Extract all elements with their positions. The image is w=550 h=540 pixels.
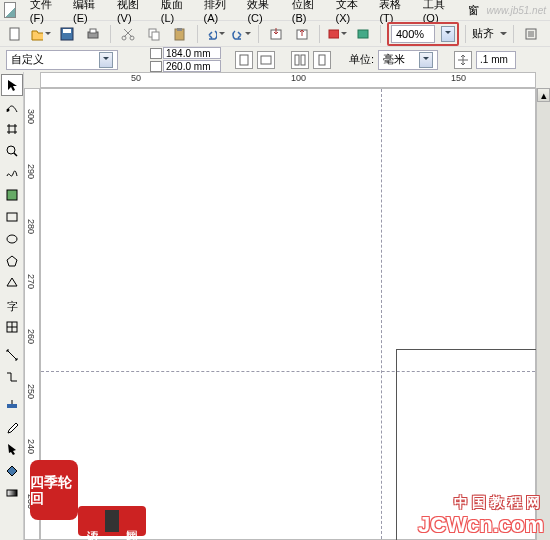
dropdown-icon[interactable]: [419, 52, 433, 68]
ruler-tick: 50: [131, 73, 141, 83]
brand-cn: 中国教程网: [418, 494, 544, 512]
red-seal-stamp: 四季轮回: [30, 460, 78, 520]
page-dimensions: [150, 47, 221, 72]
menu-text[interactable]: 文本(X): [330, 0, 372, 26]
print-button[interactable]: [82, 23, 104, 45]
freehand-tool[interactable]: [1, 162, 23, 184]
nudge-input[interactable]: [476, 51, 516, 69]
pick-tool[interactable]: [1, 74, 23, 96]
zoom-tool[interactable]: [1, 140, 23, 162]
scroll-up-icon[interactable]: ▴: [537, 88, 550, 102]
menu-window[interactable]: 窗: [462, 1, 485, 20]
svg-rect-29: [7, 490, 17, 496]
paste-button[interactable]: [169, 23, 191, 45]
preset-value: 自定义: [11, 52, 44, 67]
zoom-level-highlight: [387, 22, 459, 46]
svg-rect-0: [10, 28, 19, 40]
ruler-tick: 270: [26, 274, 36, 289]
shape-tool[interactable]: [1, 96, 23, 118]
svg-rect-20: [319, 55, 325, 65]
ruler-tick: 240: [26, 439, 36, 454]
svg-rect-19: [301, 55, 305, 65]
horizontal-ruler[interactable]: 50 100 150: [40, 72, 536, 88]
options-button[interactable]: [520, 23, 542, 45]
menu-effects[interactable]: 效果(C): [241, 0, 283, 26]
undo-button[interactable]: [204, 23, 226, 45]
new-button[interactable]: [4, 23, 26, 45]
menu-bitmap[interactable]: 位图(B): [286, 0, 328, 26]
page-preset-select[interactable]: 自定义: [6, 50, 118, 70]
text-tool[interactable]: 字: [1, 294, 23, 316]
vertical-scrollbar[interactable]: ▴: [536, 88, 550, 540]
dropdown-icon[interactable]: [99, 52, 113, 68]
vertical-guide[interactable]: [381, 89, 382, 539]
polygon-tool[interactable]: [1, 250, 23, 272]
eyedropper-tool[interactable]: [1, 416, 23, 438]
ruler-tick: 250: [26, 384, 36, 399]
width-icon: [150, 48, 162, 59]
menu-arrange[interactable]: 排列(A): [198, 0, 240, 26]
ellipse-tool[interactable]: [1, 228, 23, 250]
menu-view[interactable]: 视图(V): [111, 0, 153, 26]
page-height-input[interactable]: [163, 60, 221, 72]
toolbox: 字: [0, 72, 24, 540]
open-button[interactable]: [30, 23, 52, 45]
watermark: www.jb51.net: [487, 5, 546, 16]
svg-point-21: [6, 109, 9, 112]
drawing-canvas[interactable]: [40, 88, 536, 540]
menu-layout[interactable]: 版面(L): [155, 0, 196, 26]
red-seal-wide: 浓语 静园: [78, 506, 146, 536]
smart-fill-tool[interactable]: [1, 184, 23, 206]
welcome-button[interactable]: [352, 23, 374, 45]
table-tool[interactable]: [1, 316, 23, 338]
dimension-tool[interactable]: [1, 344, 23, 366]
redo-button[interactable]: [230, 23, 252, 45]
nudge-icon: [454, 51, 472, 69]
workspace: 字 50 100 150 300 290 280 270 260 250 240…: [0, 72, 550, 540]
rectangle-tool[interactable]: [1, 206, 23, 228]
landscape-button[interactable]: [257, 51, 275, 69]
zoom-dropdown[interactable]: [441, 26, 455, 42]
export-button[interactable]: [291, 23, 313, 45]
zoom-input[interactable]: [391, 25, 435, 43]
svg-rect-28: [7, 404, 17, 408]
svg-rect-4: [90, 29, 96, 33]
current-page-button[interactable]: [313, 51, 331, 69]
fill-tool[interactable]: [1, 460, 23, 482]
svg-rect-24: [7, 213, 17, 221]
basic-shapes-tool[interactable]: [1, 272, 23, 294]
snap-label[interactable]: 贴齐: [472, 26, 494, 41]
crop-tool[interactable]: [1, 118, 23, 140]
page-width-input[interactable]: [163, 47, 221, 59]
ruler-tick: 260: [26, 329, 36, 344]
ruler-tick: 100: [291, 73, 306, 83]
separator: [319, 25, 320, 43]
menu-file[interactable]: 文件(F): [24, 0, 65, 26]
ruler-tick: 150: [451, 73, 466, 83]
cut-button[interactable]: [117, 23, 139, 45]
menu-edit[interactable]: 编辑(E): [67, 0, 109, 26]
connector-tool[interactable]: [1, 366, 23, 388]
copy-button[interactable]: [143, 23, 165, 45]
interactive-tool[interactable]: [1, 394, 23, 416]
portrait-button[interactable]: [235, 51, 253, 69]
outline-tool[interactable]: [1, 438, 23, 460]
separator: [465, 25, 466, 43]
units-select[interactable]: 毫米: [378, 50, 438, 70]
height-icon: [150, 61, 162, 72]
import-button[interactable]: [265, 23, 287, 45]
all-pages-button[interactable]: [291, 51, 309, 69]
snap-dropdown-icon[interactable]: [500, 30, 507, 37]
svg-rect-23: [7, 190, 17, 200]
save-button[interactable]: [56, 23, 78, 45]
seal-photo: [105, 510, 119, 532]
separator: [513, 25, 514, 43]
svg-rect-10: [177, 28, 182, 31]
separator: [110, 25, 111, 43]
canvas-area: 50 100 150 300 290 280 270 260 250 240 2…: [24, 72, 550, 540]
separator: [197, 25, 198, 43]
svg-rect-8: [152, 32, 159, 40]
app-launcher-button[interactable]: [326, 23, 348, 45]
interactive-fill-tool[interactable]: [1, 482, 23, 504]
ruler-tick: 280: [26, 219, 36, 234]
